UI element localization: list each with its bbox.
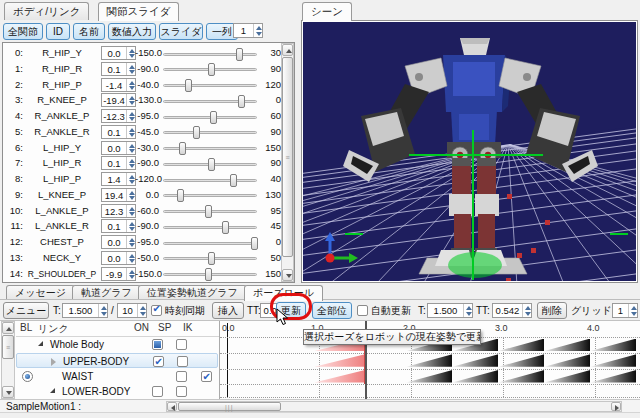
tab-message[interactable]: メッセージ — [6, 285, 75, 300]
spinner-arrows-icon[interactable] — [126, 63, 135, 75]
menu-button[interactable]: メニュー — [3, 302, 49, 319]
slider-handle[interactable] — [179, 142, 186, 155]
pose-time-spinner[interactable]: 1.500 — [427, 303, 473, 318]
spinner-arrows-icon[interactable] — [126, 252, 135, 264]
time-sync-checkbox[interactable] — [151, 305, 162, 316]
joint-value-spinner[interactable]: 19.4 — [101, 188, 136, 202]
expand-icon[interactable] — [51, 358, 56, 366]
joint-slider[interactable] — [163, 68, 257, 71]
sp-checkbox[interactable] — [177, 356, 188, 367]
joint-slider[interactable] — [163, 84, 257, 87]
joint-value-spinner[interactable]: 0.0 — [101, 46, 136, 60]
scene-3d-view[interactable] — [303, 22, 636, 281]
joint-value-spinner[interactable]: -9.9 — [101, 267, 136, 281]
sp-checkbox[interactable] — [176, 386, 187, 397]
sp-checkbox[interactable] — [176, 339, 187, 350]
spinner-arrows-icon[interactable] — [253, 24, 262, 37]
timeline-hscrollbar[interactable]: ||| — [166, 401, 622, 412]
id-button[interactable]: ID — [46, 23, 70, 40]
slider-handle[interactable] — [238, 95, 245, 108]
slider-handle[interactable] — [251, 237, 258, 250]
pose-marker[interactable] — [544, 354, 590, 367]
joint-slider[interactable] — [163, 53, 257, 56]
joint-value-spinner[interactable]: 0.1 — [101, 125, 136, 139]
joint-slider[interactable] — [163, 163, 257, 166]
tree-row-whole-body[interactable]: Whole Body — [16, 337, 218, 353]
name-button[interactable]: 名前 — [73, 23, 105, 40]
joint-slider[interactable] — [163, 210, 257, 213]
slider-handle[interactable] — [193, 126, 200, 139]
on-checkbox[interactable] — [152, 339, 163, 350]
numeric-input-button[interactable]: 数値入力 — [108, 23, 156, 40]
pose-marker[interactable] — [590, 370, 636, 383]
spinner-arrows-icon[interactable] — [126, 110, 135, 122]
tree-row-lower-body[interactable]: LOWER-BODY — [16, 384, 218, 400]
spinner-arrows-icon[interactable] — [126, 205, 135, 217]
joint-value-spinner[interactable]: 1.4 — [101, 172, 136, 186]
spinner-arrows-icon[interactable] — [126, 47, 135, 59]
joint-value-spinner[interactable]: 0.0 — [101, 141, 136, 155]
collapse-icon[interactable] — [50, 388, 55, 393]
grid-spinner[interactable]: 1 — [612, 303, 638, 318]
spinner-arrows-icon[interactable] — [126, 157, 135, 169]
pose-marker[interactable] — [498, 354, 544, 367]
scroll-up-icon[interactable] — [286, 49, 292, 53]
pose-marker[interactable] — [544, 339, 590, 352]
scroll-right-icon[interactable] — [615, 405, 619, 411]
columns-spinner[interactable]: 1 — [233, 23, 263, 38]
slider-handle[interactable] — [205, 268, 212, 281]
joint-slider[interactable] — [163, 100, 257, 103]
time-spinner[interactable]: 1.500 — [62, 303, 108, 318]
slider-handle[interactable] — [185, 79, 192, 92]
spinner-arrows-icon[interactable] — [126, 79, 135, 91]
joint-slider[interactable] — [163, 257, 257, 260]
collapse-icon[interactable] — [38, 341, 43, 346]
joint-list-vscrollbar[interactable]: ≡ — [281, 43, 294, 282]
joint-slider[interactable] — [163, 194, 257, 197]
joint-slider[interactable] — [163, 273, 257, 276]
auto-update-checkbox[interactable] — [357, 305, 368, 316]
joint-slider[interactable] — [163, 242, 257, 245]
joint-value-spinner[interactable]: -12.3 — [101, 109, 136, 123]
slider-handle[interactable] — [208, 158, 215, 171]
joint-value-spinner[interactable]: -1.4 — [101, 78, 136, 92]
joint-slider[interactable] — [163, 147, 257, 150]
spinner-arrows-icon[interactable] — [628, 304, 637, 317]
tab-joint-slider[interactable]: 関節スライダ — [98, 2, 180, 21]
slider-handle[interactable] — [208, 63, 215, 76]
spinner-arrows-icon[interactable] — [126, 126, 135, 138]
joint-slider[interactable] — [163, 179, 257, 182]
tab-trajectory-graph[interactable]: 軌道グラフ — [72, 285, 141, 300]
joint-value-spinner[interactable]: 0.0 — [101, 235, 136, 249]
spinner-arrows-icon[interactable] — [126, 142, 135, 154]
pose-marker[interactable] — [452, 370, 498, 383]
ik-checkbox[interactable] — [201, 371, 212, 382]
spinner-arrows-icon[interactable] — [126, 220, 135, 232]
slider-handle[interactable] — [236, 48, 243, 61]
slider-handle[interactable] — [177, 189, 184, 202]
spinner-arrows-icon[interactable] — [522, 304, 531, 317]
all-joints-button[interactable]: 全関節 — [3, 23, 43, 40]
pose-marker[interactable] — [498, 370, 544, 383]
slider-handle[interactable] — [205, 205, 212, 218]
scroll-down-icon[interactable] — [286, 274, 292, 278]
spinner-arrows-icon[interactable] — [126, 236, 135, 248]
tab-pose-trajectory-graph[interactable]: 位置姿勢軌道グラフ — [138, 285, 247, 300]
joint-slider[interactable] — [163, 226, 257, 229]
joint-slider[interactable] — [163, 116, 257, 119]
spinner-arrows-icon[interactable] — [98, 304, 107, 317]
spinner-arrows-icon[interactable] — [137, 304, 146, 317]
pose-marker[interactable] — [406, 354, 452, 367]
tab-scene[interactable]: シーン — [302, 2, 352, 21]
pose-marker[interactable] — [544, 370, 590, 383]
selected-pose-marker[interactable] — [314, 370, 365, 383]
slider-handle[interactable] — [230, 174, 237, 187]
scroll-grip-icon[interactable]: ≡ — [286, 154, 290, 161]
base-link-radio[interactable] — [22, 371, 33, 382]
tree-row-waist[interactable]: WAIST — [16, 369, 218, 385]
pose-marker[interactable] — [498, 339, 544, 352]
tree-row-upper-body[interactable]: UPPER-BODY — [16, 353, 218, 369]
frames-spinner[interactable]: 10 — [117, 303, 147, 318]
pose-marker[interactable] — [590, 354, 636, 367]
scroll-left-icon[interactable] — [171, 405, 175, 411]
